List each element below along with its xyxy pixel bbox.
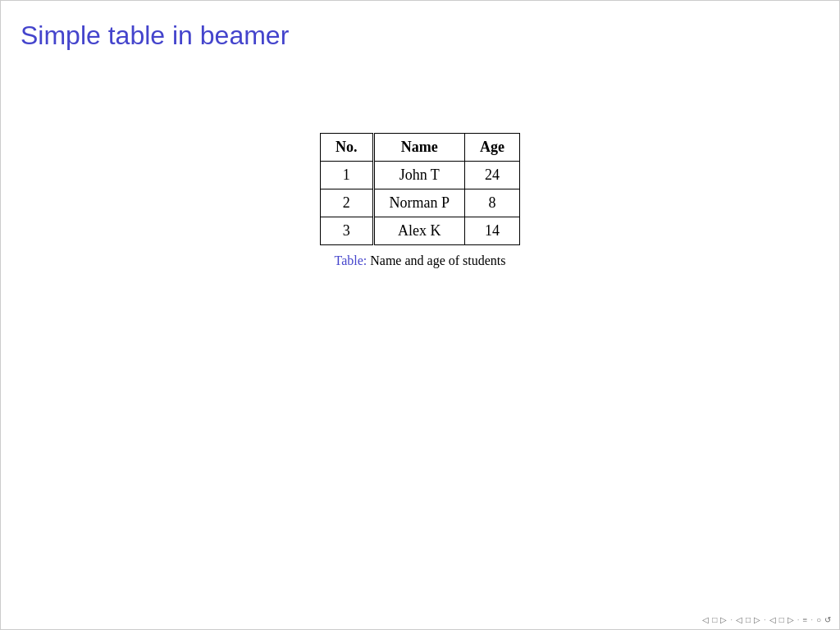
cell-r1-c2: 8: [465, 189, 520, 217]
nav-prev-frame[interactable]: ◁: [702, 615, 709, 624]
nav-prev-subsection2[interactable]: □: [746, 615, 751, 624]
cell-r0-c0: 1: [321, 162, 374, 189]
nav-next-section[interactable]: ▷: [788, 615, 794, 624]
caption-label: Table:: [334, 253, 367, 267]
table-caption: Table: Name and age of students: [320, 253, 520, 268]
cell-r2-c1: Alex K: [373, 217, 465, 245]
table-wrapper: No. Name Age 1John T242Norman P83Alex K1…: [320, 133, 520, 268]
cell-r0-c1: John T: [373, 162, 465, 189]
nav-sep3: ·: [797, 614, 800, 624]
nav-sep4: ·: [810, 614, 813, 624]
nav-prev-section2[interactable]: □: [779, 615, 784, 624]
nav-align[interactable]: ≡: [803, 615, 808, 624]
nav-circle[interactable]: ○: [816, 615, 821, 624]
slide-container: Simple table in beamer No. Name Age 1Joh…: [1, 1, 839, 629]
caption-text: Name and age of students: [367, 253, 505, 267]
slide-title: Simple table in beamer: [21, 21, 819, 51]
cell-r2-c2: 14: [465, 217, 520, 245]
cell-r0-c2: 24: [465, 162, 520, 189]
nav-prev-frame2[interactable]: □: [712, 615, 717, 624]
nav-prev-subsection[interactable]: ◁: [736, 615, 742, 624]
nav-next-subsection[interactable]: ▷: [754, 615, 760, 624]
col-header-no: No.: [321, 134, 374, 162]
cell-r2-c0: 3: [321, 217, 374, 245]
data-table: No. Name Age 1John T242Norman P83Alex K1…: [320, 133, 520, 245]
nav-return[interactable]: ↺: [824, 615, 831, 624]
nav-next-frame[interactable]: ▷: [720, 615, 727, 624]
cell-r1-c0: 2: [321, 189, 374, 217]
table-row: 3Alex K14: [321, 217, 520, 245]
nav-bar: ◁ □ ▷ · ◁ □ ▷ · ◁ □ ▷ · ≡ · ○ ↺: [702, 614, 831, 624]
cell-r1-c1: Norman P: [373, 189, 465, 217]
nav-sep2: ·: [764, 614, 766, 624]
table-row: 1John T24: [321, 162, 520, 189]
content-area: No. Name Age 1John T242Norman P83Alex K1…: [21, 133, 819, 268]
table-header-row: No. Name Age: [321, 134, 520, 162]
nav-sep1: ·: [730, 614, 733, 624]
col-header-age: Age: [465, 134, 520, 162]
col-header-name: Name: [373, 134, 465, 162]
table-row: 2Norman P8: [321, 189, 520, 217]
nav-prev-section[interactable]: ◁: [769, 615, 776, 624]
